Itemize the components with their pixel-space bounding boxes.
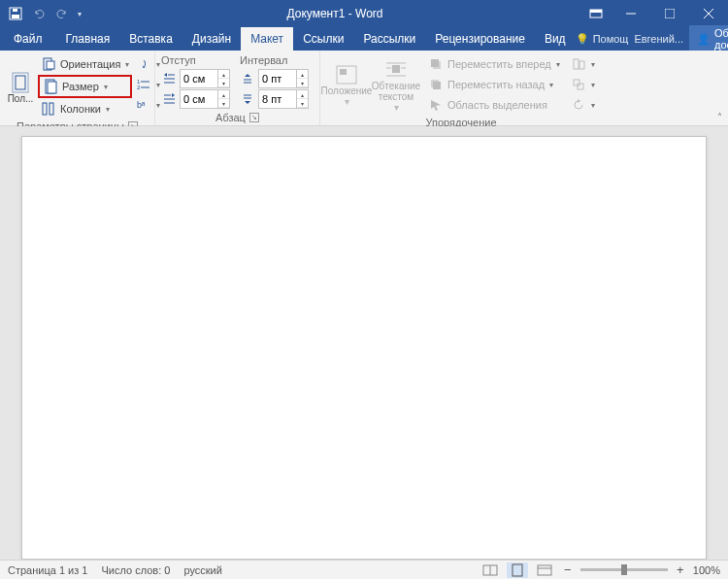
svg-rect-40: [431, 59, 439, 67]
selection-pane-button: Область выделения: [425, 95, 563, 115]
close-button[interactable]: [689, 0, 728, 27]
send-backward-button: Переместить назад▾: [425, 75, 563, 94]
collapse-ribbon-button[interactable]: ˄: [717, 112, 722, 122]
ribbon-display-icon[interactable]: [580, 0, 612, 27]
status-words[interactable]: Число слов: 0: [101, 564, 170, 576]
columns-button[interactable]: Колонки▾: [38, 99, 132, 119]
svg-rect-14: [48, 82, 56, 93]
group-objects-button: ▾: [568, 75, 598, 94]
svg-rect-45: [574, 80, 579, 85]
svg-rect-4: [590, 10, 602, 13]
lightbulb-icon: 💡: [576, 33, 589, 46]
window-title: Документ1 - Word: [89, 7, 580, 20]
align-button: ▾: [568, 54, 598, 74]
size-button-highlight: Размер▾: [38, 75, 132, 98]
group-icon: [571, 77, 586, 92]
tab-review[interactable]: Рецензирование: [425, 27, 535, 51]
svg-rect-42: [433, 82, 441, 89]
tab-layout[interactable]: Макет: [241, 27, 293, 51]
tab-file[interactable]: Файл: [0, 27, 56, 51]
indent-right-icon: [161, 91, 177, 107]
space-after-input[interactable]: ▴▾: [258, 89, 309, 109]
space-after-icon: [240, 91, 255, 107]
qat-customize-icon[interactable]: ▾: [78, 10, 82, 18]
svg-rect-12: [47, 61, 54, 69]
status-language[interactable]: русский: [183, 564, 221, 576]
svg-rect-34: [392, 65, 400, 73]
svg-text:bª: bª: [137, 100, 146, 110]
align-icon: [571, 56, 586, 72]
svg-rect-15: [43, 103, 47, 115]
svg-rect-43: [574, 59, 579, 69]
maximize-button[interactable]: [650, 0, 689, 27]
undo-icon[interactable]: [31, 6, 47, 21]
minimize-button[interactable]: [612, 0, 650, 27]
columns-icon: [41, 101, 56, 117]
zoom-level[interactable]: 100%: [693, 564, 720, 576]
zoom-in-button[interactable]: +: [674, 562, 687, 577]
indent-right-input[interactable]: ▴▾: [180, 89, 230, 109]
ribbon-tabs: Файл Главная Вставка Дизайн Макет Ссылки…: [0, 27, 728, 51]
zoom-slider[interactable]: [580, 568, 668, 571]
group-page-setup: Пол... Ориентация▾ Размер▾ Колонки▾: [0, 51, 155, 125]
position-icon: [333, 64, 360, 85]
svg-text:2: 2: [137, 85, 141, 90]
view-web-layout-button[interactable]: [534, 562, 555, 578]
size-button[interactable]: Размер▾: [40, 77, 130, 96]
space-before-icon: [240, 71, 255, 86]
tab-insert[interactable]: Вставка: [119, 27, 182, 51]
tab-view[interactable]: Вид: [535, 27, 576, 51]
view-read-mode-button[interactable]: [480, 562, 501, 578]
wrap-text-button: Обтекание текстом▾: [370, 54, 422, 115]
tab-home[interactable]: Главная: [56, 27, 120, 51]
size-icon: [43, 79, 58, 94]
share-button[interactable]: 👤Общий доступ: [689, 25, 728, 52]
share-icon: 👤: [697, 33, 711, 46]
statusbar: Страница 1 из 1 Число слов: 0 русский − …: [0, 560, 728, 579]
margins-button[interactable]: Пол...: [6, 54, 35, 119]
hyphenation-icon: bª: [136, 97, 151, 113]
tell-me[interactable]: 💡Помощ: [576, 33, 629, 46]
bring-forward-button: Переместить вперед▾: [425, 54, 563, 74]
svg-rect-33: [340, 69, 347, 75]
orientation-icon: [41, 56, 56, 72]
save-icon[interactable]: [8, 6, 23, 21]
selection-pane-icon: [428, 97, 444, 113]
ribbon: Пол... Ориентация▾ Размер▾ Колонки▾: [0, 51, 728, 126]
svg-rect-50: [538, 565, 551, 575]
bring-forward-icon: [428, 56, 444, 72]
view-print-layout-button[interactable]: [507, 562, 528, 578]
indent-left-icon: [161, 71, 177, 86]
wrap-text-icon: [382, 59, 410, 81]
position-button: Положение▾: [326, 54, 367, 115]
svg-rect-6: [665, 9, 675, 18]
document-page[interactable]: [21, 136, 707, 560]
tab-references[interactable]: Ссылки: [293, 27, 353, 51]
space-before-input[interactable]: ▴▾: [258, 69, 309, 88]
titlebar: ▾ Документ1 - Word: [0, 0, 728, 27]
tab-mailings[interactable]: Рассылки: [353, 27, 425, 51]
group-arrange: Положение▾ Обтекание текстом▾ Переместит…: [320, 51, 602, 125]
svg-rect-10: [16, 76, 25, 89]
margins-icon: [7, 72, 34, 93]
indent-left-input[interactable]: ▴▾: [180, 69, 230, 88]
svg-rect-2: [13, 9, 17, 12]
svg-rect-49: [513, 564, 522, 576]
svg-rect-44: [579, 61, 584, 69]
breaks-icon: ⤸: [136, 56, 151, 72]
svg-rect-1: [12, 15, 19, 18]
status-page[interactable]: Страница 1 из 1: [8, 564, 87, 576]
svg-rect-16: [50, 103, 53, 115]
account-user[interactable]: Евгений...: [634, 33, 683, 45]
rotate-button: ▾: [568, 95, 598, 115]
orientation-button[interactable]: Ориентация▾: [38, 54, 132, 74]
tab-design[interactable]: Дизайн: [182, 27, 241, 51]
line-numbers-icon: 12: [136, 77, 151, 92]
zoom-out-button[interactable]: −: [561, 562, 575, 577]
rotate-icon: [571, 97, 586, 113]
redo-icon[interactable]: [54, 6, 70, 21]
paragraph-launcher[interactable]: ↘: [249, 113, 259, 122]
send-backward-icon: [428, 77, 444, 92]
group-paragraph: Отступ ▴▾ ▴▾ Интервал ▴▾ ▴▾: [155, 51, 320, 125]
svg-rect-46: [578, 84, 583, 89]
